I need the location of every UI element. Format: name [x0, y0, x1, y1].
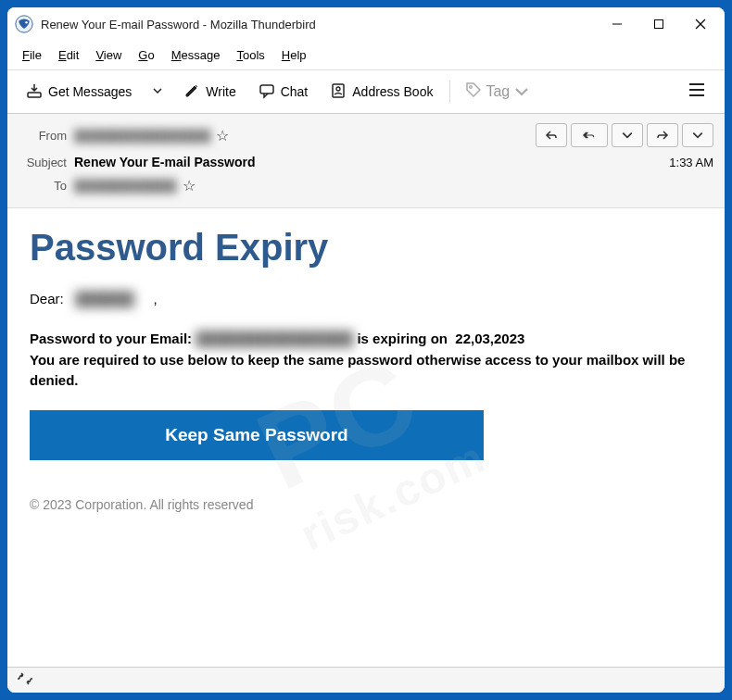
thunderbird-icon — [15, 15, 33, 33]
maximize-button[interactable] — [637, 9, 679, 39]
write-label: Write — [206, 84, 235, 99]
chat-label: Chat — [281, 84, 309, 99]
tag-label: Tag — [486, 83, 510, 100]
get-messages-label: Get Messages — [48, 84, 132, 99]
close-button[interactable] — [679, 9, 721, 39]
more-dropdown[interactable] — [682, 123, 713, 147]
star-to-button[interactable]: ☆ — [183, 177, 196, 194]
from-label: From — [19, 129, 67, 143]
subject-value: Renew Your E-mail Password — [74, 155, 256, 169]
star-from-button[interactable]: ☆ — [216, 127, 229, 144]
app-menu-button[interactable] — [678, 77, 715, 106]
window-title: Renew Your E-mail Password - Mozilla Thu… — [41, 18, 596, 31]
menu-edit[interactable]: Edit — [51, 44, 86, 66]
chat-icon — [259, 82, 275, 102]
svg-rect-3 — [654, 20, 663, 29]
svg-rect-7 — [260, 85, 273, 94]
reply-all-button[interactable] — [571, 123, 608, 147]
menubar: File Edit View Go Message Tools Help — [7, 41, 725, 70]
time-value: 1:33 AM — [669, 156, 713, 169]
body-title: Password Expiry — [30, 227, 702, 269]
body-text: Password to your Email: ████████████████… — [30, 329, 702, 392]
menu-message[interactable]: Message — [164, 44, 228, 66]
reply-dropdown[interactable] — [612, 123, 643, 147]
app-window: Renew Your E-mail Password - Mozilla Thu… — [7, 7, 725, 693]
write-button[interactable]: Write — [174, 77, 245, 107]
get-messages-dropdown[interactable] — [145, 78, 170, 106]
svg-point-9 — [336, 87, 340, 91]
forward-button[interactable] — [647, 123, 678, 147]
body-footer: © 2023 Corporation. All rights reserved — [30, 497, 702, 512]
subject-label: Subject — [19, 156, 67, 169]
titlebar: Renew Your E-mail Password - Mozilla Thu… — [7, 7, 725, 41]
get-messages-button[interactable]: Get Messages — [17, 77, 141, 107]
download-icon — [26, 82, 43, 102]
sync-icon — [17, 672, 33, 689]
message-header: From ████████████████ ☆ Subject Renew Yo… — [7, 114, 725, 208]
menu-file[interactable]: File — [15, 44, 49, 66]
svg-point-14 — [18, 678, 19, 680]
greeting: Dear: ██████ , — [30, 291, 702, 306]
svg-rect-6 — [28, 93, 41, 97]
minimize-button[interactable] — [596, 9, 637, 39]
address-book-button[interactable]: Address Book — [321, 77, 442, 107]
svg-point-15 — [31, 678, 32, 680]
window-controls — [596, 9, 721, 39]
from-value: ████████████████ — [74, 129, 210, 143]
menu-help[interactable]: Help — [274, 44, 314, 66]
pencil-icon — [183, 82, 200, 102]
chat-button[interactable]: Chat — [249, 77, 318, 107]
toolbar: Get Messages Write Chat Address Book Tag — [7, 70, 725, 114]
keep-password-button[interactable]: Keep Same Password — [30, 410, 484, 460]
address-book-label: Address Book — [352, 84, 433, 99]
address-book-icon — [330, 82, 347, 102]
reply-button[interactable] — [536, 123, 567, 147]
separator — [449, 81, 450, 103]
menu-go[interactable]: Go — [131, 44, 161, 66]
svg-point-10 — [470, 86, 473, 89]
statusbar — [7, 667, 725, 693]
svg-point-1 — [25, 21, 28, 23]
message-body: PCrisk.com Password Expiry Dear: ██████ … — [7, 208, 725, 667]
to-value: ████████████ — [74, 179, 177, 193]
menu-tools[interactable]: Tools — [229, 44, 271, 66]
tag-icon — [465, 81, 482, 102]
menu-view[interactable]: View — [88, 44, 129, 66]
to-label: To — [19, 179, 67, 193]
tag-button[interactable]: Tag — [458, 76, 537, 107]
